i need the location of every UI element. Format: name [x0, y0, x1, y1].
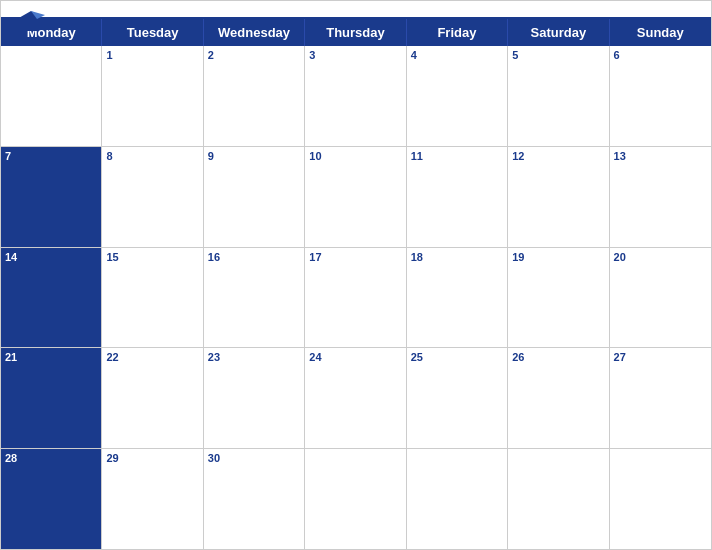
day-number: 13 — [614, 150, 626, 162]
week-row-0: 123456 — [1, 46, 711, 147]
day-number: 2 — [208, 49, 214, 61]
day-cell: 3 — [305, 46, 406, 146]
week-row-3: 21222324252627 — [1, 348, 711, 449]
day-number: 7 — [5, 150, 11, 162]
day-cell: 25 — [407, 348, 508, 448]
calendar: MondayTuesdayWednesdayThursdayFridaySatu… — [0, 0, 712, 550]
day-cell: 23 — [204, 348, 305, 448]
day-header-wednesday: Wednesday — [204, 19, 305, 46]
day-cell: 17 — [305, 248, 406, 348]
logo — [17, 9, 48, 33]
day-number: 18 — [411, 251, 423, 263]
day-cell: 13 — [610, 147, 711, 247]
day-number: 23 — [208, 351, 220, 363]
day-cell: 27 — [610, 348, 711, 448]
day-cell: 15 — [102, 248, 203, 348]
day-number: 25 — [411, 351, 423, 363]
day-number: 26 — [512, 351, 524, 363]
day-cell: 7 — [1, 147, 102, 247]
day-cell — [305, 449, 406, 549]
day-cell: 19 — [508, 248, 609, 348]
day-headers-row: MondayTuesdayWednesdayThursdayFridaySatu… — [1, 19, 711, 46]
day-number: 3 — [309, 49, 315, 61]
day-number: 15 — [106, 251, 118, 263]
day-number: 30 — [208, 452, 220, 464]
day-number: 11 — [411, 150, 423, 162]
day-cell: 18 — [407, 248, 508, 348]
day-cell — [1, 46, 102, 146]
day-cell: 9 — [204, 147, 305, 247]
day-number: 17 — [309, 251, 321, 263]
day-number: 29 — [106, 452, 118, 464]
day-header-friday: Friday — [407, 19, 508, 46]
day-cell — [508, 449, 609, 549]
day-cell: 29 — [102, 449, 203, 549]
day-cell: 16 — [204, 248, 305, 348]
day-number: 16 — [208, 251, 220, 263]
day-number: 22 — [106, 351, 118, 363]
day-header-thursday: Thursday — [305, 19, 406, 46]
week-row-4: 282930 — [1, 449, 711, 549]
day-cell: 8 — [102, 147, 203, 247]
day-header-sunday: Sunday — [610, 19, 711, 46]
day-cell: 22 — [102, 348, 203, 448]
day-number: 12 — [512, 150, 524, 162]
day-cell: 4 — [407, 46, 508, 146]
day-cell: 24 — [305, 348, 406, 448]
day-number: 10 — [309, 150, 321, 162]
week-row-2: 14151617181920 — [1, 248, 711, 349]
day-number: 21 — [5, 351, 17, 363]
logo-bird-icon — [17, 9, 45, 33]
day-number: 4 — [411, 49, 417, 61]
weeks-container: 1234567891011121314151617181920212223242… — [1, 46, 711, 549]
day-cell: 11 — [407, 147, 508, 247]
day-number: 27 — [614, 351, 626, 363]
calendar-grid: MondayTuesdayWednesdayThursdayFridaySatu… — [1, 17, 711, 549]
day-cell: 10 — [305, 147, 406, 247]
day-cell: 30 — [204, 449, 305, 549]
day-cell: 12 — [508, 147, 609, 247]
day-number: 14 — [5, 251, 17, 263]
day-number: 19 — [512, 251, 524, 263]
day-number: 1 — [106, 49, 112, 61]
day-number: 9 — [208, 150, 214, 162]
day-cell: 21 — [1, 348, 102, 448]
day-cell: 14 — [1, 248, 102, 348]
day-cell — [407, 449, 508, 549]
day-header-saturday: Saturday — [508, 19, 609, 46]
calendar-header — [1, 1, 711, 17]
day-number: 24 — [309, 351, 321, 363]
day-cell: 6 — [610, 46, 711, 146]
day-cell: 28 — [1, 449, 102, 549]
day-number: 5 — [512, 49, 518, 61]
week-row-1: 78910111213 — [1, 147, 711, 248]
day-number: 6 — [614, 49, 620, 61]
day-number: 20 — [614, 251, 626, 263]
day-number: 28 — [5, 452, 17, 464]
day-header-tuesday: Tuesday — [102, 19, 203, 46]
day-number: 8 — [106, 150, 112, 162]
day-cell: 1 — [102, 46, 203, 146]
day-cell: 5 — [508, 46, 609, 146]
day-cell — [610, 449, 711, 549]
day-cell: 20 — [610, 248, 711, 348]
day-cell: 26 — [508, 348, 609, 448]
day-cell: 2 — [204, 46, 305, 146]
